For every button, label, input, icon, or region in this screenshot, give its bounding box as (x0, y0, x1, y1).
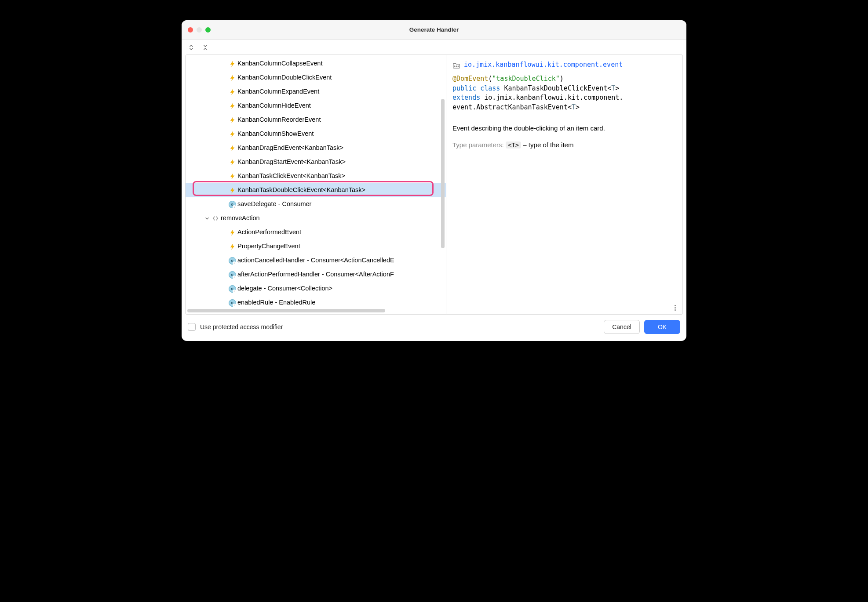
detail-panel: io.jmix.kanbanflowui.kit.component.event… (446, 54, 683, 315)
dialog-window: Generate Handler KanbanColumnCollapseEve… (182, 20, 686, 341)
tree-item-label: removeAction (221, 214, 260, 222)
cancel-button[interactable]: Cancel (604, 320, 640, 334)
tree-item-label: KanbanColumnCollapseEvent (237, 60, 322, 67)
event-bolt-icon (228, 75, 237, 81)
protected-modifier-label: Use protected access modifier (200, 323, 283, 330)
delegate-icon: o (228, 271, 237, 279)
tree-item[interactable]: ActionPerformedEvent (186, 225, 446, 239)
tree-item-label: KanbanTaskDoubleClickEvent<KanbanTask> (237, 186, 365, 194)
tree-item-label: KanbanTaskClickEvent<KanbanTask> (237, 172, 345, 180)
event-description: Event describing the double-clicking of … (452, 123, 676, 133)
tree-item[interactable]: KanbanColumnDoubleClickEvent (186, 71, 446, 85)
window-controls (188, 27, 211, 33)
toolbar (182, 40, 686, 54)
tree-item[interactable]: KanbanColumnCollapseEvent (186, 57, 446, 71)
close-window-button[interactable] (188, 27, 193, 33)
event-bolt-icon (228, 229, 237, 236)
tree-item-label: KanbanDragEndEvent<KanbanTask> (237, 144, 343, 152)
tree-item-label: KanbanColumnShowEvent (237, 130, 314, 138)
type-parameters-label: Type parameters: (452, 141, 504, 149)
more-options-icon[interactable] (671, 304, 679, 312)
separator (452, 118, 676, 118)
horizontal-scrollbar[interactable] (187, 309, 385, 312)
dialog-footer: Use protected access modifier Cancel OK (182, 315, 686, 341)
tree-item-label: PropertyChangeEvent (237, 243, 300, 250)
tree-item-label: saveDelegate - Consumer (237, 200, 311, 208)
delegate-icon: o (228, 201, 237, 208)
tree-item[interactable]: oafterActionPerformedHandler - Consumer<… (186, 268, 446, 282)
tree-item[interactable]: osaveDelegate - Consumer (186, 197, 446, 211)
type-parameters-row: Type parameters: <T> – type of the item (452, 140, 676, 150)
tree-item[interactable]: KanbanDragStartEvent<KanbanTask> (186, 155, 446, 169)
tree-item-selected[interactable]: KanbanTaskDoubleClickEvent<KanbanTask> (186, 183, 446, 197)
event-bolt-icon (228, 89, 237, 95)
event-bolt-icon (228, 117, 237, 123)
minimize-window-button[interactable] (197, 27, 202, 33)
tree-item-label: KanbanDragStartEvent<KanbanTask> (237, 158, 346, 166)
tree-item-label: ActionPerformedEvent (237, 228, 301, 236)
tree-item-label: delegate - Consumer<Collection> (237, 285, 332, 292)
event-bolt-icon (228, 173, 237, 180)
event-bolt-icon (228, 103, 237, 109)
tree-item-label: actionCancelledHandler - Consumer<Action… (237, 257, 394, 264)
dialog-content: KanbanColumnCollapseEventKanbanColumnDou… (182, 54, 686, 315)
tree-item[interactable]: KanbanColumnShowEvent (186, 127, 446, 141)
titlebar: Generate Handler (182, 20, 686, 40)
svg-point-2 (458, 66, 459, 67)
event-bolt-icon (228, 159, 237, 166)
tree-item[interactable]: KanbanColumnReorderEvent (186, 113, 446, 127)
svg-point-1 (456, 66, 457, 67)
tree-item[interactable]: KanbanTaskClickEvent<KanbanTask> (186, 169, 446, 183)
event-bolt-icon (228, 131, 237, 138)
tree-item[interactable]: odelegate - Consumer<Collection> (186, 282, 446, 296)
expand-all-icon[interactable] (188, 44, 195, 51)
zoom-window-button[interactable] (205, 27, 211, 33)
tree-item[interactable]: KanbanColumnExpandEvent (186, 85, 446, 99)
protected-modifier-checkbox[interactable] (188, 323, 196, 331)
tree-item-label: KanbanColumnDoubleClickEvent (237, 74, 332, 81)
tree-item[interactable]: removeAction (186, 211, 446, 225)
tree-item-label: afterActionPerformedHandler - Consumer<A… (237, 271, 394, 278)
svg-point-0 (454, 66, 455, 67)
tree-item[interactable]: KanbanColumnHideEvent (186, 99, 446, 113)
chevron-down-icon[interactable] (203, 216, 211, 221)
tree-item[interactable]: oactionCancelledHandler - Consumer<Actio… (186, 254, 446, 268)
xml-tag-icon (211, 215, 220, 222)
type-parameter-chip: <T> (506, 141, 521, 149)
vertical-scrollbar[interactable] (441, 99, 445, 248)
ok-button[interactable]: OK (644, 320, 680, 334)
dialog-title: Generate Handler (182, 26, 686, 33)
tree-item-label: KanbanColumnHideEvent (237, 102, 311, 109)
package-row: io.jmix.kanbanflowui.kit.component.event (452, 60, 676, 70)
delegate-icon: o (228, 299, 237, 307)
event-bolt-icon (228, 61, 237, 67)
delegate-icon: o (228, 285, 237, 293)
handler-tree-panel: KanbanColumnCollapseEventKanbanColumnDou… (185, 54, 446, 315)
package-icon (452, 62, 460, 69)
tree-item[interactable]: oenabledRule - EnabledRule (186, 296, 446, 310)
package-name: io.jmix.kanbanflowui.kit.component.event (464, 60, 623, 70)
tree-item-label: KanbanColumnExpandEvent (237, 88, 319, 95)
collapse-all-icon[interactable] (202, 44, 209, 51)
event-bolt-icon (228, 187, 237, 194)
tree-item-label: KanbanColumnReorderEvent (237, 116, 321, 123)
tree-item-label: enabledRule - EnabledRule (237, 299, 315, 306)
class-signature: @DomEvent("taskDoubleClick") public clas… (452, 74, 676, 112)
type-parameter-desc: – type of the item (523, 141, 573, 149)
delegate-icon: o (228, 257, 237, 265)
tree-item[interactable]: KanbanDragEndEvent<KanbanTask> (186, 141, 446, 155)
tree-item[interactable]: PropertyChangeEvent (186, 239, 446, 254)
event-bolt-icon (228, 243, 237, 250)
handler-tree[interactable]: KanbanColumnCollapseEventKanbanColumnDou… (186, 55, 446, 314)
event-bolt-icon (228, 145, 237, 152)
